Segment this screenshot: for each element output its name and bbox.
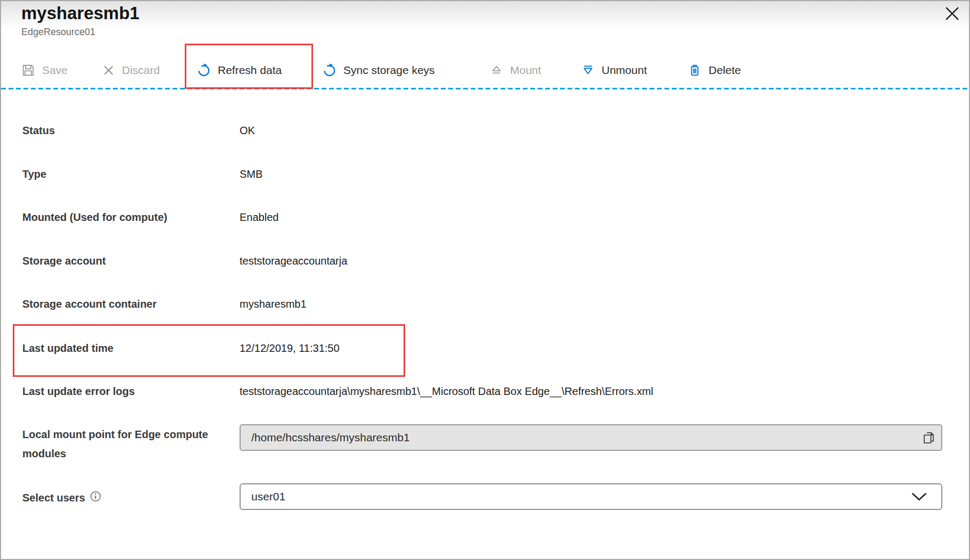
sync-refresh-icon (323, 63, 336, 77)
field-row-last-updated-time: Last updated time 12/12/2019, 11:31:50 (22, 340, 948, 356)
copy-icon[interactable] (921, 430, 936, 445)
unmount-button[interactable]: Unmount (581, 57, 647, 83)
refresh-data-button[interactable]: Refresh data (197, 57, 282, 83)
field-row-last-update-error-logs: Last update error logs teststorageaccoun… (22, 383, 948, 399)
field-value: 12/12/2019, 11:31:50 (240, 340, 948, 356)
field-value: Enabled (240, 209, 948, 225)
unmount-label: Unmount (602, 64, 647, 77)
field-label: Status (22, 122, 235, 138)
field-label: Storage account container (22, 296, 235, 312)
info-icon[interactable] (90, 490, 101, 506)
discard-x-icon (102, 64, 115, 77)
field-label: Last updated time (22, 340, 235, 356)
local-mount-point-input[interactable] (240, 424, 942, 451)
discard-button[interactable]: Discard (102, 57, 160, 83)
local-mount-point-field-wrap (240, 424, 942, 451)
field-label: Storage account (22, 253, 235, 269)
field-row-status: Status OK (22, 122, 948, 138)
close-icon (945, 6, 959, 23)
field-value: mysharesmb1 (240, 296, 948, 312)
refresh-icon (197, 63, 211, 77)
blade-divider-dashed (1, 88, 969, 89)
field-value: OK (240, 122, 948, 138)
chevron-down-icon (911, 492, 941, 501)
delete-trash-icon (688, 63, 702, 77)
field-value: teststorageaccountarja\mysharesmb1\__Mic… (240, 383, 948, 399)
field-row-storage-account-container: Storage account container mysharesmb1 (22, 296, 948, 312)
field-value: SMB (240, 166, 948, 182)
select-users-selected-value: user01 (241, 490, 911, 503)
refresh-data-label: Refresh data (218, 64, 282, 77)
select-users-label-row: Select users (22, 490, 101, 506)
select-users-label: Select users (22, 490, 85, 506)
field-row-storage-account: Storage account teststorageaccountarja (22, 253, 948, 269)
field-row-type: Type SMB (22, 166, 948, 182)
field-label: Mounted (Used for compute) (22, 209, 235, 225)
sync-storage-keys-button[interactable]: Sync storage keys (323, 57, 435, 83)
select-users-dropdown[interactable]: user01 (240, 483, 942, 510)
mount-button[interactable]: Mount (490, 57, 541, 83)
save-floppy-icon (21, 63, 35, 77)
share-details-blade: mysharesmb1 EdgeResource01 Save Discard (0, 0, 970, 560)
field-value: teststorageaccountarja (240, 253, 948, 269)
field-label: Last update error logs (22, 383, 235, 399)
unmount-icon (581, 64, 595, 77)
delete-label: Delete (709, 64, 741, 77)
delete-button[interactable]: Delete (688, 57, 741, 83)
field-label: Type (22, 166, 235, 182)
sync-storage-keys-label: Sync storage keys (343, 64, 435, 77)
field-row-mounted: Mounted (Used for compute) Enabled (22, 209, 948, 225)
discard-label: Discard (122, 64, 160, 77)
mount-label: Mount (510, 64, 541, 77)
page-subtitle: EdgeResource01 (21, 27, 95, 38)
save-label: Save (42, 64, 68, 77)
page-title: mysharesmb1 (21, 3, 139, 23)
save-button[interactable]: Save (21, 57, 68, 83)
close-button[interactable] (944, 6, 960, 22)
header-gradient (1, 1, 969, 29)
mount-eject-icon (490, 64, 503, 77)
command-bar: Save Discard Refresh data (1, 57, 969, 83)
local-mount-point-label: Local mount point for Edge compute modul… (22, 425, 209, 463)
